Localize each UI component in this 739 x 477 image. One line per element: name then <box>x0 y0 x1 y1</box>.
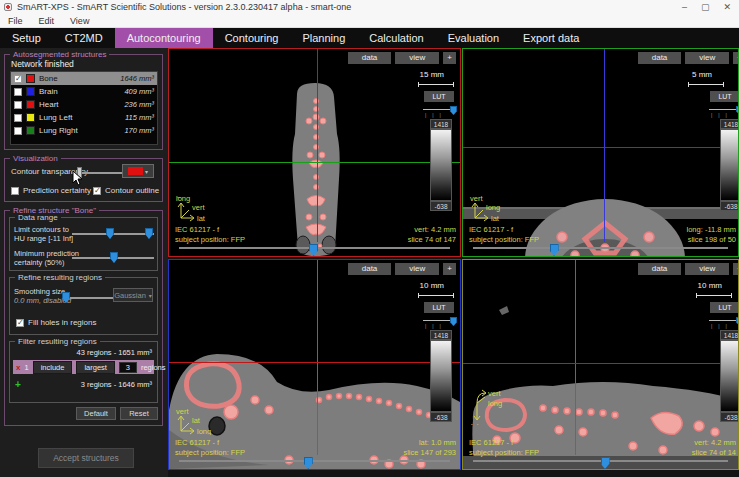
fill-holes-option[interactable]: Fill holes in regions <box>16 318 96 327</box>
contour-transparency-thumb[interactable] <box>77 167 82 178</box>
minimize-button[interactable]: – <box>682 2 687 12</box>
structure-row-bone[interactable]: Bone 1646 mm³ <box>11 72 157 85</box>
structure-color-swatch[interactable] <box>26 126 35 135</box>
tab-evaluation[interactable]: Evaluation <box>436 28 511 48</box>
menu-edit[interactable]: Edit <box>31 16 63 26</box>
structure-color-swatch[interactable] <box>26 113 35 122</box>
largest-button[interactable]: largest <box>76 361 115 374</box>
prediction-certainty-checkbox[interactable] <box>11 187 19 195</box>
slice-slider[interactable] <box>179 457 450 466</box>
window-level-slider[interactable]: ||| <box>709 318 739 326</box>
crosshair-vertical[interactable] <box>317 260 318 455</box>
default-button[interactable]: Default <box>76 407 116 420</box>
crosshair-vertical[interactable] <box>604 49 605 242</box>
slice-slider[interactable] <box>473 457 728 466</box>
structure-checkbox[interactable] <box>14 88 22 96</box>
crosshair-vertical[interactable] <box>317 49 318 242</box>
lut-button[interactable]: LUT <box>710 91 739 102</box>
rule-unit-label: regions <box>141 363 166 372</box>
smoothing-mode-dropdown[interactable]: Gaussian ▾ <box>113 288 153 302</box>
tab-autocontouring[interactable]: Autocontouring <box>115 28 213 48</box>
contour-outline-checkbox[interactable] <box>93 187 101 195</box>
structure-color-swatch[interactable] <box>26 87 35 96</box>
slice-slider[interactable] <box>179 244 450 253</box>
view-button[interactable]: view <box>685 263 729 275</box>
fill-holes-checkbox[interactable] <box>16 319 24 327</box>
close-button[interactable]: ✕ <box>723 2 731 12</box>
tab-planning[interactable]: Planning <box>290 28 357 48</box>
structure-checkbox[interactable] <box>14 127 22 135</box>
reset-button[interactable]: Reset <box>120 407 158 420</box>
prediction-certainty-option[interactable]: Prediction certainty <box>11 186 91 195</box>
lut-colorbar: 1418 -638 <box>430 330 452 422</box>
data-button[interactable]: data <box>638 52 682 64</box>
lut-colorbar: 1418 -638 <box>430 119 452 211</box>
structure-row-heart[interactable]: Heart 236 mm³ <box>11 98 157 111</box>
contour-transparency-slider[interactable] <box>71 168 123 178</box>
smoothing-thumb[interactable] <box>62 292 70 303</box>
structure-checkbox[interactable] <box>14 75 22 83</box>
visualization-group: Visualization Contour transparency ▾ Pre… <box>4 158 163 202</box>
menu-view[interactable]: View <box>62 16 97 26</box>
crosshair-horizontal[interactable] <box>463 147 738 148</box>
structure-row-brain[interactable]: Brain 409 mm³ <box>11 85 157 98</box>
viewport-axial[interactable]: data view + 5 mm LUT ||| 1418 -638 vert … <box>462 48 739 257</box>
contour-outline-option[interactable]: Contour outline <box>93 186 159 195</box>
hu-range-thumb-low[interactable] <box>106 228 114 239</box>
lut-button[interactable]: LUT <box>424 302 454 313</box>
tab-contouring[interactable]: Contouring <box>213 28 291 48</box>
menu-file[interactable]: File <box>0 16 31 26</box>
window-level-slider[interactable]: ||| <box>423 107 455 115</box>
certainty-thumb[interactable] <box>110 252 118 263</box>
view-button[interactable]: view <box>395 263 439 275</box>
tab-bar: Setup CT2MD Autocontouring Contouring Pl… <box>0 28 739 48</box>
structure-row-lung-right[interactable]: Lung Right 170 mm³ <box>11 124 157 137</box>
data-button[interactable]: data <box>348 52 392 64</box>
add-rule-icon[interactable]: + <box>15 379 21 390</box>
crosshair-vertical[interactable] <box>575 260 576 455</box>
scale-label: 10 mm <box>420 281 444 290</box>
slice-slider[interactable] <box>473 244 728 253</box>
viewport-coronal[interactable]: data view + 15 mm LUT ||| 1418 -638 ~ lo… <box>168 48 461 257</box>
maximize-button[interactable]: ▢ <box>701 2 710 12</box>
contour-color-dropdown[interactable]: ▾ <box>122 164 154 178</box>
include-button[interactable]: include <box>33 361 73 374</box>
expand-button[interactable]: + <box>733 263 739 275</box>
viewport-coronal-2[interactable]: data view + 10 mm LUT ||| 1418 -638 vert… <box>462 259 739 470</box>
window-level-slider[interactable]: ||| <box>709 107 739 115</box>
expand-button[interactable]: + <box>733 52 739 64</box>
tab-setup[interactable]: Setup <box>0 28 53 48</box>
view-button[interactable]: view <box>685 52 729 64</box>
smoothing-slider[interactable] <box>62 293 114 303</box>
view-button[interactable]: view <box>395 52 439 64</box>
data-button[interactable]: data <box>638 263 682 275</box>
certainty-slider[interactable] <box>72 253 154 263</box>
region-count-input[interactable] <box>119 362 137 373</box>
expand-button[interactable]: + <box>443 52 456 64</box>
expand-button[interactable]: + <box>443 263 456 275</box>
crosshair-horizontal[interactable] <box>169 362 460 363</box>
structure-checkbox[interactable] <box>14 101 22 109</box>
hu-range-slider[interactable] <box>72 229 154 239</box>
structure-row-lung-left[interactable]: Lung Left 115 mm³ <box>11 111 157 124</box>
filter-rule-row[interactable]: x 1 include largest regions <box>13 360 154 374</box>
svg-text:lat: lat <box>192 416 201 425</box>
structure-checkbox[interactable] <box>14 114 22 122</box>
tab-export-data[interactable]: Export data <box>511 28 591 48</box>
tab-calculation[interactable]: Calculation <box>357 28 435 48</box>
accept-structures-button[interactable]: Accept structures <box>38 448 134 468</box>
crosshair-horizontal[interactable] <box>169 162 460 163</box>
structure-color-swatch[interactable] <box>26 74 35 83</box>
tab-ct2md[interactable]: CT2MD <box>53 28 115 48</box>
hu-range-thumb-high[interactable] <box>145 228 153 239</box>
viewport-sagittal[interactable]: data view + 10 mm LUT ||| 1418 -638 vert… <box>168 259 461 470</box>
lut-button[interactable]: LUT <box>710 302 739 313</box>
lut-button[interactable]: LUT <box>424 91 454 102</box>
svg-text:long: long <box>488 399 502 408</box>
data-button[interactable]: data <box>348 263 392 275</box>
delete-rule-icon[interactable]: x <box>16 363 20 372</box>
svg-text:vert: vert <box>470 194 483 203</box>
structure-color-swatch[interactable] <box>26 100 35 109</box>
crosshair-horizontal[interactable] <box>463 363 738 364</box>
window-level-slider[interactable]: ||| <box>423 318 455 326</box>
